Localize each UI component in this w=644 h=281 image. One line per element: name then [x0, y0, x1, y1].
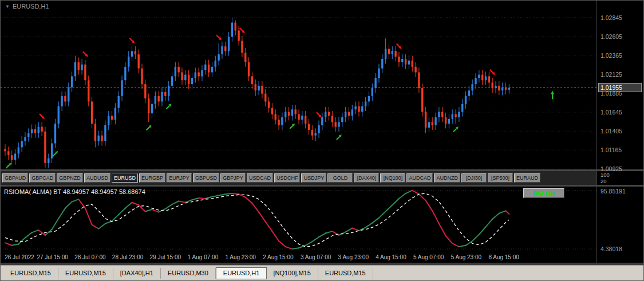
price-axis-label: 1.01405	[600, 128, 622, 134]
time-axis-label: 3 Aug 07:00	[301, 254, 331, 260]
time-axis-label: 26 Jul 2022	[5, 254, 34, 260]
time-axis-label: 1 Aug 23:00	[225, 254, 255, 260]
ribbon-axis-value: 100	[600, 172, 610, 178]
indicator-axis[interactable]: 95.85191 4.38018	[596, 187, 643, 263]
chart-tab-eurusdm15[interactable]: EURUSD,M15	[58, 268, 113, 279]
price-axis-label: 1.01885	[600, 90, 622, 97]
symbol-button-usdchf[interactable]: USDCHF	[274, 173, 301, 183]
price-axis-label: 1.01165	[600, 147, 622, 153]
symbol-button-eurjpy[interactable]: EURJPY	[167, 173, 192, 183]
time-axis: 26 Jul 202227 Jul 15:0028 Jul 07:0028 Ju…	[1, 253, 596, 263]
chart-tab-eurusdm30[interactable]: EURUSD,M30	[161, 268, 216, 279]
price-axis-label: 1.02605	[600, 33, 622, 40]
symbol-button-gbpjpy[interactable]: GBPJPY	[220, 173, 246, 183]
chart-symbol-label: ▼ EURUSD,H1	[5, 3, 49, 10]
symbol-button-gbpcad[interactable]: GBPCAD	[29, 173, 56, 183]
symbol-button-row: GBPAUDGBPCADGBPNZDAUDUSDEURUSDEURGBPEURJ…	[2, 173, 596, 183]
chart-tab-eurusdm15[interactable]: EURUSD,M15	[3, 268, 58, 279]
chart-tab-dax40h1[interactable]: [DAX40],H1	[113, 268, 161, 279]
time-axis-label: 2 Aug 15:00	[263, 254, 293, 260]
price-axis[interactable]: 1.01955 1.028451.026051.023651.021251.01…	[596, 1, 643, 169]
time-axis-label: 1 Aug 07:00	[188, 254, 218, 260]
symbol-button-euraud[interactable]: EURAUD	[514, 173, 540, 183]
main-chart-panel[interactable]: ▼ EURUSD,H1 1.01955 1.028451.026051.0236…	[1, 1, 643, 169]
symbol-button-dax40[interactable]: [DAX40]	[354, 173, 379, 183]
main-chart-canvas[interactable]	[1, 1, 596, 169]
ribbon-axis: 100 20	[596, 171, 643, 185]
symbol-button-audcad[interactable]: AUDCAD	[406, 173, 433, 183]
candlestick-series	[4, 18, 510, 168]
chart-tab-bar: EURUSD,M15EURUSD,M15[DAX40],H1EURUSD,M30…	[1, 265, 643, 280]
price-axis-label: 1.02845	[600, 14, 622, 21]
symbol-button-usdjpy[interactable]: USDJPY	[301, 173, 326, 183]
indicator-panel[interactable]: RSIOMA( ALMA) BT 48.94957 48.94957 58.68…	[1, 187, 643, 263]
time-axis-label: 5 Aug 23:00	[451, 254, 481, 260]
chart-marker-icon: ▼	[5, 4, 10, 9]
symbol-button-sp500[interactable]: [SP500]	[488, 173, 513, 183]
rsi-on-button[interactable]: RSI ON	[523, 188, 564, 198]
time-axis-label: 4 Aug 15:00	[376, 254, 406, 260]
symbol-button-gold[interactable]: GOLD	[327, 173, 353, 183]
symbol-ribbon: GBPAUDGBPCADGBPNZDAUDUSDEURUSDEURGBPEURJ…	[1, 171, 643, 185]
indicator-canvas[interactable]	[1, 187, 596, 253]
symbol-button-eurusd[interactable]: EURUSD	[112, 173, 138, 183]
symbol-button-audusd[interactable]: AUDUSD	[84, 173, 110, 183]
symbol-button-gbpnzd[interactable]: GBPNZD	[57, 173, 83, 183]
indicator-axis-max: 95.85191	[600, 188, 626, 195]
price-gridlines	[1, 18, 596, 169]
indicator-axis-min: 4.38018	[600, 246, 622, 252]
price-axis-label: 1.02125	[600, 71, 622, 78]
symbol-button-audnzd[interactable]: AUDNZD	[434, 173, 460, 183]
symbol-button-usdcad[interactable]: USDCAD	[247, 173, 273, 183]
time-axis-label: 29 Jul 15:00	[150, 254, 181, 260]
ribbon-axis-value: 20	[600, 178, 607, 184]
time-axis-label: 8 Aug 15:00	[488, 254, 519, 260]
time-axis-label: 5 Aug 07:00	[413, 254, 444, 260]
rsioma-line	[5, 191, 509, 249]
time-axis-label: 28 Jul 07:00	[74, 254, 106, 260]
price-axis-label: 1.01645	[600, 109, 622, 116]
indicator-title: RSIOMA( ALMA) BT 48.94957 48.94957 58.68…	[4, 188, 145, 195]
symbol-button-gbpusd[interactable]: GBPUSD	[193, 173, 219, 183]
time-axis-label: 28 Jul 23:00	[112, 254, 144, 260]
time-axis-label: 3 Aug 23:00	[338, 254, 369, 260]
time-axis-label: 27 Jul 15:00	[37, 254, 68, 260]
symbol-button-dji30[interactable]: [DJI30]	[461, 173, 487, 183]
terminal-window: ▼ EURUSD,H1 1.01955 1.028451.026051.0236…	[0, 0, 644, 281]
symbol-button-gbpaud[interactable]: GBPAUD	[2, 173, 28, 183]
chart-tab-eurusdh1[interactable]: EURUSD,H1	[216, 267, 267, 279]
chart-tab-nq100m15[interactable]: [NQ100],M15	[266, 268, 318, 279]
chart-tab-eurusdm15[interactable]: EURUSD,M15	[318, 268, 373, 279]
chart-symbol-text: EURUSD,H1	[13, 3, 49, 10]
price-axis-label: 1.02365	[600, 52, 622, 59]
symbol-button-nq100[interactable]: [NQ100]	[380, 173, 405, 183]
symbol-button-eurgbp[interactable]: EURGBP	[139, 173, 165, 183]
